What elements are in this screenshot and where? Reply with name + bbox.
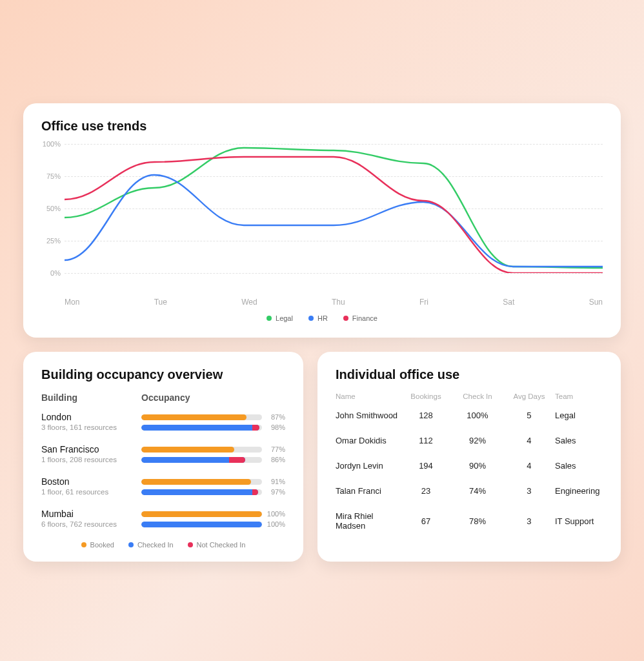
cell-name: Jordyn Levin	[336, 461, 400, 471]
gridline	[65, 273, 603, 274]
trends-legend: Legal HR Finance	[41, 314, 603, 322]
legend-dot-checked-in	[128, 542, 134, 547]
booked-pct: 87%	[262, 413, 285, 421]
legend-dot-not-checked-in	[188, 542, 193, 547]
cell-checkin: 78%	[452, 516, 503, 526]
checked-in-bar	[141, 522, 262, 527]
cell-checkin: 92%	[452, 436, 503, 445]
legend-not-checked-in: Not Checked In	[188, 541, 246, 549]
occupancy-row: Mumbai6 floors, 762 resources100%100%	[41, 509, 285, 531]
checked-in-pct: 86%	[262, 456, 285, 463]
cell-team: Sales	[555, 461, 603, 471]
cell-bookings: 128	[400, 411, 452, 420]
individual-title: Individual office use	[336, 367, 603, 382]
cell-bookings: 67	[400, 516, 452, 526]
cell-bookings: 112	[400, 436, 452, 445]
occupancy-row: Boston1 floor, 61 resources91%97%	[41, 476, 285, 498]
trend-line-legal	[65, 148, 603, 268]
cell-checkin: 90%	[452, 461, 503, 471]
x-tick: Mon	[65, 298, 79, 307]
col-avgdays: Avg Days	[503, 392, 555, 400]
building-subtitle: 1 floors, 208 resources	[41, 456, 141, 463]
cell-checkin: 100%	[452, 411, 503, 420]
occupancy-title: Building occupancy overview	[41, 367, 285, 382]
col-team: Team	[555, 392, 603, 400]
trend-lines	[65, 144, 603, 273]
trend-line-finance	[65, 157, 603, 273]
legend-finance: Finance	[343, 314, 377, 322]
building-occupancy-card: Building occupancy overview Building Occ…	[23, 352, 303, 562]
individual-row: Jordyn Levin19490%4Sales	[336, 461, 603, 471]
occupancy-row: London3 floors, 161 resources87%98%	[41, 412, 285, 434]
lower-row: Building occupancy overview Building Occ…	[23, 352, 621, 562]
y-tick: 0%	[50, 269, 61, 277]
cell-name: Omar Dokidis	[336, 436, 400, 445]
y-tick: 75%	[46, 172, 61, 180]
booked-bar	[141, 414, 247, 420]
trends-chart: 0%25%50%75%100%	[65, 144, 603, 292]
legend-checked-in: Checked In	[128, 541, 174, 549]
x-tick: Fri	[419, 298, 428, 307]
x-tick: Sat	[503, 298, 514, 307]
individual-row: John Smithwood128100%5Legal	[336, 411, 603, 420]
x-tick: Thu	[332, 298, 345, 307]
cell-avgdays: 5	[503, 411, 555, 420]
col-checkin: Check In	[452, 392, 503, 400]
cell-name: Talan Franci	[336, 486, 400, 496]
occupancy-rows: London3 floors, 161 resources87%98%San F…	[41, 412, 285, 531]
not-checked-in-bar	[252, 425, 259, 431]
cell-avgdays: 3	[503, 486, 555, 496]
booked-pct: 100%	[262, 510, 285, 518]
building-name: Boston	[41, 476, 141, 487]
y-tick: 50%	[46, 205, 61, 212]
legend-legal-label: Legal	[276, 314, 293, 322]
booked-bar	[141, 511, 262, 517]
occupancy-legend: Booked Checked In Not Checked In	[41, 541, 285, 549]
checked-in-bar	[141, 489, 258, 495]
building-subtitle: 1 floor, 61 resources	[41, 488, 141, 496]
x-tick: Tue	[154, 298, 167, 307]
cell-team: IT Support	[555, 516, 603, 526]
individual-row: Talan Franci2374%3Engineering	[336, 486, 603, 496]
building-subtitle: 3 floors, 161 resources	[41, 423, 141, 431]
cell-team: Legal	[555, 411, 603, 420]
cell-avgdays: 4	[503, 461, 555, 471]
x-axis: MonTueWedThuFriSatSun	[65, 298, 603, 307]
occupancy-row: San Francisco1 floors, 208 resources77%8…	[41, 444, 285, 466]
building-name: London	[41, 412, 141, 422]
cell-avgdays: 4	[503, 436, 555, 445]
booked-pct: 91%	[262, 478, 285, 485]
individual-row: Mira Rhiel Madsen6778%3IT Support	[336, 511, 603, 531]
cell-avgdays: 3	[503, 516, 555, 526]
cell-bookings: 23	[400, 486, 452, 496]
trends-title: Office use trends	[41, 119, 603, 134]
col-bookings: Bookings	[400, 392, 452, 400]
booked-bar	[141, 479, 251, 485]
individual-rows: John Smithwood128100%5LegalOmar Dokidis1…	[336, 411, 603, 531]
legend-finance-label: Finance	[352, 314, 377, 322]
legend-booked: Booked	[81, 541, 114, 549]
cell-team: Sales	[555, 436, 603, 445]
y-axis: 0%25%50%75%100%	[41, 144, 65, 273]
building-subtitle: 6 floors, 762 resources	[41, 520, 141, 528]
checked-in-pct: 100%	[262, 520, 285, 528]
y-tick: 25%	[46, 237, 61, 245]
booked-bar	[141, 447, 234, 453]
building-name: Mumbai	[41, 509, 141, 519]
legend-hr: HR	[308, 314, 328, 322]
legend-dot-finance	[343, 316, 348, 321]
legend-booked-label: Booked	[90, 541, 114, 549]
legend-dot-booked	[81, 542, 86, 547]
x-tick: Wed	[241, 298, 257, 307]
office-use-trends-card: Office use trends 0%25%50%75%100% MonTue…	[23, 103, 621, 338]
cell-name: John Smithwood	[336, 411, 400, 420]
cell-bookings: 194	[400, 461, 452, 471]
not-checked-in-bar	[229, 457, 245, 463]
legend-dot-hr	[308, 316, 314, 321]
individual-table-header: Name Bookings Check In Avg Days Team	[336, 392, 603, 400]
checked-in-pct: 98%	[262, 423, 285, 431]
individual-row: Omar Dokidis11292%4Sales	[336, 436, 603, 445]
booked-pct: 77%	[262, 445, 285, 453]
x-tick: Sun	[589, 298, 603, 307]
not-checked-in-bar	[252, 489, 258, 495]
